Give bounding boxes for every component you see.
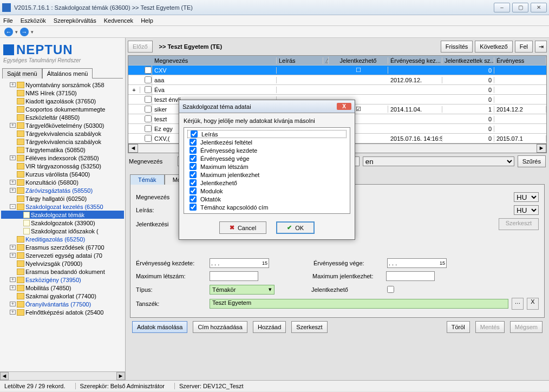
calendar-icon[interactable]: 15	[262, 260, 267, 266]
tree-item[interactable]: +Eszközigény (73950)	[1, 276, 124, 284]
filter-button[interactable]: Szűrés	[518, 155, 546, 167]
expander-icon[interactable]: +	[10, 188, 16, 193]
table-row[interactable]: aaa2012.09.12.0	[128, 75, 546, 85]
tree-item[interactable]: Szakmai gyakorlat (77400)	[1, 292, 124, 300]
minimize-button[interactable]: –	[494, 3, 510, 12]
tree-item[interactable]: -Szakdolgozat kezelés (63550	[1, 202, 124, 211]
tree-item[interactable]: Tárgyekvivalencia szabályok	[1, 129, 124, 138]
checklist-checkbox[interactable]	[189, 195, 197, 202]
expander-icon[interactable]	[10, 164, 16, 168]
checklist-item[interactable]: Maximum létszám	[187, 162, 347, 171]
expander-icon[interactable]: +	[10, 310, 16, 315]
cancel-button[interactable]: Mégsem	[510, 321, 543, 333]
checklist-item[interactable]: Témához kapcsolódó cím	[187, 203, 347, 211]
checklist-item[interactable]: Érvényesség kezdete	[187, 146, 347, 154]
checklist-checkbox[interactable]	[191, 130, 198, 138]
row-checkbox[interactable]	[140, 123, 152, 134]
lang-select-1[interactable]: HU	[514, 192, 539, 202]
menu-roleswitch[interactable]: Szerepkörváltás	[54, 17, 96, 24]
tree-item[interactable]: Kurzus várólista (56400)	[1, 170, 124, 178]
expander-icon[interactable]	[16, 228, 22, 233]
expander-icon[interactable]	[10, 237, 16, 241]
tree-item[interactable]: +Mobilitás (74850)	[1, 284, 124, 292]
checklist-checkbox[interactable]	[189, 204, 197, 211]
row-checkbox[interactable]	[140, 114, 152, 124]
expander-icon[interactable]	[10, 90, 16, 95]
expander-icon[interactable]	[10, 261, 16, 266]
add-button[interactable]: Hozzáad	[253, 321, 286, 333]
checklist-item[interactable]: Leírás	[187, 130, 347, 138]
nav-forward-button[interactable]: →	[19, 27, 30, 37]
col-applicant-count[interactable]: Jelentkezettek sz...	[442, 57, 494, 64]
grid-scroll-right-icon[interactable]: ►	[537, 144, 546, 153]
add-title-button[interactable]: Cím hozzáadása	[193, 321, 247, 333]
next-button[interactable]: Következő	[475, 41, 512, 53]
expander-icon[interactable]	[10, 139, 16, 144]
col-desc[interactable]: Leírás	[277, 57, 323, 64]
checklist-item[interactable]: Oktatók	[187, 195, 347, 203]
expander-icon[interactable]	[10, 172, 16, 177]
maximize-button[interactable]: ▢	[512, 3, 528, 12]
row-checkbox[interactable]	[140, 84, 152, 95]
lang-select-2[interactable]: HU	[514, 205, 539, 215]
filter-select[interactable]: en	[363, 156, 514, 166]
calendar-icon[interactable]: 15	[440, 260, 445, 266]
table-row[interactable]: +Éva0	[128, 85, 546, 95]
menu-favorites[interactable]: Kedvencek	[104, 17, 133, 24]
checklist-checkbox[interactable]	[189, 171, 197, 178]
checklist-item[interactable]: Jelentkezési feltétel	[187, 138, 347, 146]
expander-icon[interactable]	[10, 115, 16, 120]
menu-help[interactable]: Help	[141, 17, 153, 24]
dialog-ok-button[interactable]: ✔ OK	[276, 221, 315, 234]
expander-icon[interactable]	[10, 293, 16, 298]
expander-icon[interactable]	[10, 147, 16, 152]
form-edit-button[interactable]: Szerkeszt	[499, 218, 539, 230]
menu-tools[interactable]: Eszközök	[21, 17, 46, 24]
checklist-item[interactable]: Érvényesség vége	[187, 154, 347, 162]
expander-icon[interactable]: +	[10, 302, 16, 306]
tree-item[interactable]: +Szervezeti egység adatai (70	[1, 251, 124, 259]
tree-item[interactable]: +Konzultáció (56800)	[1, 178, 124, 186]
expander-icon[interactable]	[16, 220, 22, 225]
applicable-checkbox[interactable]	[387, 286, 394, 293]
tree-item[interactable]: Tárgytematika (50850)	[1, 146, 124, 154]
checklist-item[interactable]: Modulok	[187, 187, 347, 195]
menu-file[interactable]: File	[3, 17, 13, 24]
dept-clear-button[interactable]: X	[527, 298, 539, 310]
tree-item[interactable]: +Erasmus szerződések (67700	[1, 243, 124, 251]
tree-item[interactable]: Nyelvvizsgák (70900)	[1, 259, 124, 267]
tree-item[interactable]: Szakdolgozat témák	[1, 211, 124, 219]
tree-item[interactable]: Csoportos dokumentummegte	[1, 105, 124, 113]
checklist-checkbox[interactable]	[189, 139, 197, 146]
expander-icon[interactable]: -	[10, 204, 16, 209]
tree-view[interactable]: +Nyomtatvány sorszámok (358NMS Hírek (37…	[0, 79, 125, 371]
tree-item[interactable]: NMS Hírek (37150)	[1, 89, 124, 97]
sort-icon[interactable]: △	[323, 57, 329, 64]
tree-item[interactable]: +Óranyilvántartás (77500)	[1, 300, 124, 308]
valid-to-input[interactable]: . . .15	[387, 258, 447, 268]
expander-icon[interactable]: +	[10, 253, 16, 258]
tree-item[interactable]: +Nyomtatvány sorszámok (358	[1, 81, 124, 89]
expander-icon[interactable]: +	[10, 245, 16, 250]
tree-item[interactable]: Kiadott igazolások (37650)	[1, 97, 124, 105]
expander-icon[interactable]	[10, 99, 16, 103]
expander-icon[interactable]	[10, 269, 16, 274]
tree-item[interactable]: Kreditigazolás (65250)	[1, 235, 124, 243]
valid-from-input[interactable]: . . .15	[210, 258, 269, 268]
max-count-input[interactable]	[210, 271, 258, 281]
up-button[interactable]: Fel	[515, 41, 533, 53]
row-checkbox[interactable]	[140, 94, 152, 104]
expander-icon[interactable]: +	[10, 277, 16, 282]
expander-icon[interactable]: +	[10, 123, 16, 128]
tree-item[interactable]: Tárgy hallgatói (60250)	[1, 194, 124, 202]
tree-item[interactable]: Szakdolgozatok (33900)	[1, 219, 124, 227]
tree-hscroll[interactable]: ◄ ►	[0, 371, 125, 380]
scroll-left-icon[interactable]: ◄	[0, 372, 9, 380]
max-apply-input[interactable]	[386, 271, 435, 281]
tree-item[interactable]: Erasmus beadandó dokument	[1, 267, 124, 276]
tree-item[interactable]: VIR tárgyazonosság (53250)	[1, 162, 124, 170]
row-checkbox[interactable]	[140, 75, 152, 85]
checklist-checkbox[interactable]	[189, 147, 197, 154]
tree-item[interactable]: Tárgyekvivalencia szabályok	[1, 138, 124, 146]
row-checkbox[interactable]	[140, 133, 152, 143]
